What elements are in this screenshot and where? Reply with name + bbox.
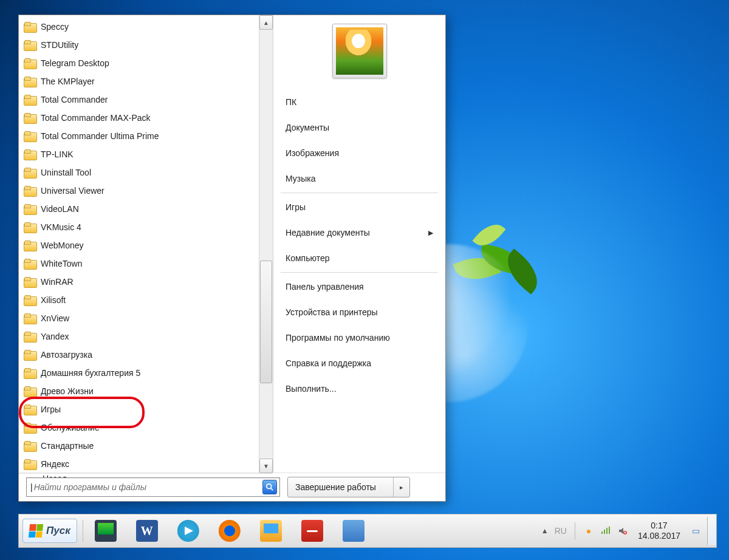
program-folder-item[interactable]: Стандартные — [24, 437, 259, 455]
folder-icon — [24, 441, 36, 451]
right-pane-item[interactable]: Справка и поддержка — [281, 350, 438, 376]
right-pane-item[interactable]: ПК — [281, 89, 438, 115]
control-panel-icon — [343, 520, 364, 542]
right-pane-item[interactable]: Музыка — [281, 166, 438, 191]
program-folder-label: Telegram Desktop — [41, 58, 109, 68]
right-pane-item[interactable]: Выполнить... — [281, 376, 438, 401]
program-folder-item[interactable]: Speccy — [24, 18, 259, 36]
program-folder-item[interactable]: Автозагрузка — [24, 346, 259, 364]
search-input[interactable]: | Найти программы и файлы — [26, 477, 280, 497]
separator — [281, 272, 438, 273]
program-folder-item[interactable]: Total Commander MAX-Pack — [24, 109, 259, 127]
program-folder-item[interactable]: TP-LINK — [24, 145, 259, 163]
shutdown-options-button[interactable]: ▸ — [393, 477, 409, 497]
taskbar-item-photo-viewer[interactable] — [253, 517, 289, 545]
program-folder-item[interactable]: Total Commander Ultima Prime — [24, 127, 259, 145]
user-picture-frame[interactable] — [332, 24, 387, 78]
taskbar-item-control-panel[interactable] — [335, 517, 372, 545]
tray-network-icon[interactable] — [600, 525, 611, 536]
folder-icon — [24, 277, 36, 287]
wallpaper-leaves — [456, 226, 547, 299]
right-pane-item[interactable]: Недавние документы▶ — [281, 220, 438, 245]
program-folder-label: WebMoney — [41, 241, 84, 250]
program-folder-label: Speccy — [41, 22, 69, 32]
folder-icon — [24, 131, 36, 141]
word-icon — [136, 520, 158, 542]
right-pane-item[interactable]: Документы — [281, 115, 438, 140]
scroll-up-button[interactable]: ▲ — [259, 15, 273, 30]
program-folder-item[interactable]: Яндекс — [24, 455, 259, 473]
right-pane-item-label: Изображения — [286, 148, 339, 158]
firefox-icon — [219, 520, 241, 542]
program-folder-item[interactable]: Игры — [24, 400, 259, 418]
program-folder-item[interactable]: Uninstall Tool — [24, 163, 259, 182]
program-folder-item[interactable]: STDUtility — [24, 36, 259, 54]
start-menu-right-pane: ПКДокументыИзображенияМузыка ИгрыНедавни… — [273, 15, 445, 473]
program-folder-label: WinRAR — [41, 277, 74, 287]
right-pane-item-label: Программы по умолчанию — [286, 333, 390, 343]
program-folder-item[interactable]: WinRAR — [24, 273, 259, 291]
tray-antivirus-icon[interactable]: ● — [583, 525, 594, 536]
taskbar-item-telegram[interactable] — [170, 517, 207, 545]
program-folder-label: VideoLAN — [41, 204, 79, 214]
program-folder-label: Total Commander Ultima Prime — [41, 131, 159, 141]
program-folder-item[interactable]: Universal Viewer — [24, 182, 259, 200]
folder-icon — [24, 241, 36, 250]
folder-icon — [24, 368, 36, 378]
folder-icon — [24, 77, 36, 86]
taskbar-item-task-manager[interactable] — [87, 517, 124, 545]
tray-language-indicator[interactable]: RU — [555, 526, 567, 536]
folder-icon — [24, 222, 36, 232]
right-pane-item[interactable]: Игры — [281, 194, 438, 220]
program-folder-label: Total Commander MAX-Pack — [41, 113, 151, 123]
telegram-icon — [177, 520, 199, 542]
clock-time: 0:17 — [638, 521, 680, 531]
start-button[interactable]: Пуск — [22, 519, 77, 543]
taskbar-item-toolbox[interactable] — [294, 517, 330, 545]
program-folder-item[interactable]: Xilisoft — [24, 291, 259, 309]
program-folder-item[interactable]: Домашняя бухгалтерия 5 — [24, 364, 259, 382]
folder-icon — [24, 386, 36, 396]
folder-icon — [24, 186, 36, 196]
shutdown-label: Завершение работы — [288, 482, 393, 492]
program-folder-item[interactable]: The KMPlayer — [24, 72, 259, 90]
program-folder-item[interactable]: VKMusic 4 — [24, 218, 259, 236]
right-pane-item-label: Устройства и принтеры — [286, 307, 378, 317]
program-folder-item[interactable]: VideoLAN — [24, 200, 259, 218]
program-folder-item[interactable]: Древо Жизни — [24, 382, 259, 400]
svg-point-0 — [267, 484, 272, 489]
start-menu-footer: | Найти программы и файлы Завершение раб… — [19, 473, 445, 501]
tray-show-hidden-button[interactable]: ▲ — [541, 527, 549, 535]
taskbar-clock[interactable]: 0:17 14.08.2017 — [634, 521, 684, 541]
right-pane-item[interactable]: Изображения — [281, 140, 438, 166]
program-folder-item[interactable]: XnView — [24, 309, 259, 327]
taskbar-item-firefox[interactable] — [211, 517, 248, 545]
right-pane-item[interactable]: Компьютер — [281, 245, 438, 271]
toolbox-icon — [301, 520, 323, 542]
all-programs-list[interactable]: SpeccySTDUtilityTelegram DesktopThe KMPl… — [19, 15, 259, 473]
program-folder-label: STDUtility — [41, 40, 78, 50]
program-folder-item[interactable]: Обслуживание — [24, 418, 259, 437]
program-folder-label: Игры — [41, 405, 61, 414]
search-icon[interactable] — [262, 480, 277, 494]
program-folder-item[interactable]: Telegram Desktop — [24, 54, 259, 72]
folder-icon — [24, 22, 36, 32]
program-folder-label: TP-LINK — [41, 149, 74, 159]
scroll-track[interactable] — [259, 30, 273, 459]
scroll-down-button[interactable]: ▼ — [259, 459, 273, 473]
right-pane-item[interactable]: Устройства и принтеры — [281, 299, 438, 325]
tray-action-center-icon[interactable]: ▭ — [690, 525, 701, 536]
scroll-thumb[interactable] — [260, 261, 272, 383]
right-pane-item-label: Панель управления — [286, 282, 364, 292]
program-folder-item[interactable]: WebMoney — [24, 236, 259, 254]
program-folder-item[interactable]: Yandex — [24, 327, 259, 346]
program-folder-item[interactable]: WhiteTown — [24, 254, 259, 273]
show-desktop-button[interactable] — [707, 517, 716, 545]
program-folder-item[interactable]: Total Commander — [24, 90, 259, 109]
right-pane-item[interactable]: Программы по умолчанию — [281, 325, 438, 350]
programs-scrollbar[interactable]: ▲ ▼ — [259, 15, 273, 473]
tray-volume-icon[interactable] — [617, 525, 628, 536]
taskbar-item-word[interactable] — [129, 517, 165, 545]
right-pane-item[interactable]: Панель управления — [281, 274, 438, 299]
shutdown-button[interactable]: Завершение работы ▸ — [287, 477, 410, 497]
